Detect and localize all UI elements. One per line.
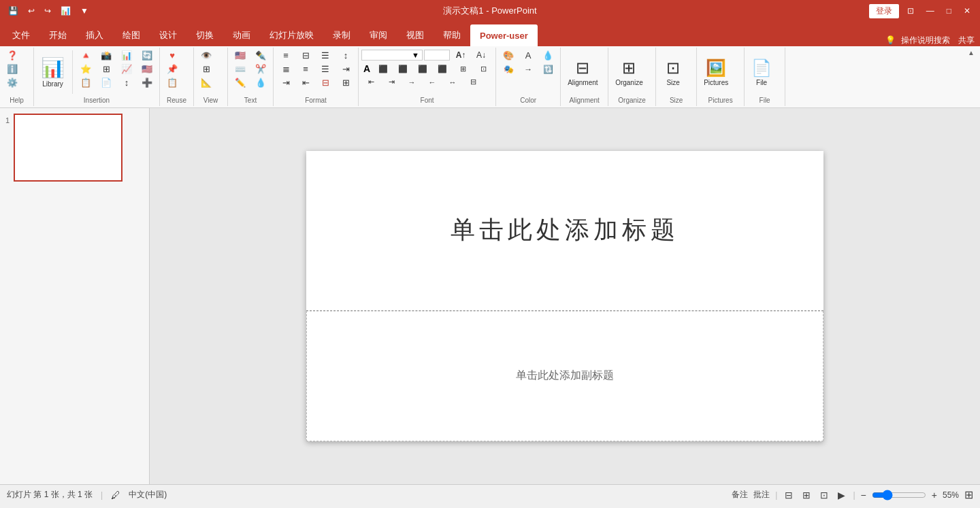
close-icon[interactable]: ✕ [960,5,975,17]
insert-shape-button[interactable]: 🔺 [76,49,95,62]
title-placeholder[interactable]: 单击此处添加标题 [306,151,823,311]
customize-icon[interactable]: 📊 [58,5,74,17]
tab-view[interactable]: 视图 [397,24,434,46]
zoom-in-icon[interactable]: + [932,490,937,501]
size-button[interactable]: ⊡ Size [659,49,687,95]
view-eye-button[interactable]: 👁️ [197,49,216,62]
share-label[interactable]: 共享 [958,35,975,46]
format-space-button[interactable]: ↕ [336,49,355,62]
zoom-slider[interactable] [872,490,926,501]
text-cross-button[interactable]: ✂️ [251,63,270,75]
color-reset-button[interactable]: 🔃 [538,63,557,75]
format-lines-button[interactable]: ≡ [276,49,295,62]
insert-table-button[interactable]: ⊞ [97,63,116,75]
font-align-right-button[interactable]: ⬛ [413,63,432,75]
tab-home[interactable]: 开始 [39,24,76,46]
font-bullet-left-button[interactable]: ⇤ [361,76,380,88]
view-grid-button[interactable]: ⊞ [197,63,216,75]
font-size-display[interactable] [424,50,450,61]
format-lines3-button[interactable]: ☰ [316,49,335,62]
tab-design[interactable]: 设计 [150,24,186,46]
notes-label[interactable]: 备注 [732,489,748,501]
insert-placeholder-button[interactable]: 📄 [97,76,116,89]
font-bullet-right-button[interactable]: ⇥ [382,76,401,88]
text-pencil-button[interactable]: ✒️ [251,49,270,62]
reuse-copy-button[interactable]: 📋 [163,76,182,89]
format-list2-button[interactable]: ≡ [296,63,315,75]
help-question-button[interactable]: ❓ [3,49,22,62]
alignment-button[interactable]: ⊟ Alignment [564,49,602,95]
maximize-icon[interactable]: □ [943,5,956,17]
help-info-button[interactable]: ℹ️ [3,63,22,75]
insert-rotate-button[interactable]: 🔄 [137,49,157,62]
view-reading-button[interactable]: ⊡ [818,489,830,501]
color-arrow-button[interactable]: → [519,63,538,75]
tab-file[interactable]: 文件 [3,24,39,46]
save-icon[interactable]: 💾 [5,5,21,17]
font-indent-button[interactable]: → [402,77,421,88]
format-tab-button[interactable]: ⇥ [336,63,355,75]
insert-photo-button[interactable]: 📸 [97,49,116,62]
subtitle-placeholder[interactable]: 单击此处添加副标题 [306,311,823,441]
font-align-center-button[interactable]: ⬛ [393,63,412,75]
fit-to-window-icon[interactable]: ⊞ [964,488,973,501]
view-normal-button[interactable]: ⊟ [783,489,795,501]
text-dropper-button[interactable]: 💧 [251,76,270,89]
color-picker-button[interactable]: 💧 [538,49,557,62]
reuse-pin-button[interactable]: 📌 [163,63,182,75]
window-mode-icon[interactable]: ⊡ [903,5,918,17]
font-name-display[interactable]: ▼ [361,50,423,61]
insert-arrow-button[interactable]: ↕️ [117,76,136,89]
font-right-align-button[interactable]: ↔ [443,77,462,88]
font-size-increase-button[interactable]: A↑ [451,49,470,61]
tab-transitions[interactable]: 切换 [186,24,223,46]
format-outdent-button[interactable]: ⇤ [296,76,315,89]
tab-help[interactable]: 帮助 [434,24,470,46]
view-slideshow-button[interactable]: ▶ [836,489,847,501]
tab-animations[interactable]: 动画 [223,24,260,46]
library-button[interactable]: 📊 Library [37,49,69,95]
font-size-decrease-button[interactable]: A↓ [472,49,491,61]
color-theme-button[interactable]: 🎭 [499,63,518,75]
insert-graph-button[interactable]: 📈 [117,63,136,75]
insert-icon-button[interactable]: ⭐ [76,63,95,75]
color-fill-button[interactable]: 🎨 [499,49,518,62]
file-button[interactable]: 📄 File [747,49,776,95]
ribbon-collapse-button[interactable]: ▲ [965,48,977,58]
redo-icon[interactable]: ↪ [42,5,54,17]
font-expand2-button[interactable]: ⊟ [463,76,483,88]
help-settings-button[interactable]: ⚙️ [3,76,22,89]
tab-record[interactable]: 录制 [323,24,360,46]
format-list-button[interactable]: ≣ [276,63,295,75]
format-list3-button[interactable]: ☰ [316,63,335,75]
insert-other-button[interactable]: ➕ [137,76,157,89]
font-align-left-button[interactable]: ⬛ [374,63,393,75]
view-ruler-button[interactable]: 📐 [197,76,216,89]
insert-layout-button[interactable]: 📋 [76,76,95,89]
pictures-button[interactable]: 🖼️ Pictures [700,49,732,95]
tab-draw[interactable]: 绘图 [113,24,150,46]
organize-button[interactable]: ⊞ Organize [611,49,647,95]
format-align-button[interactable]: ⊟ [316,76,335,89]
reuse-recycle-button[interactable]: ♥ [163,49,182,62]
text-keyboard-button[interactable]: ⌨️ [231,63,250,75]
text-note-button[interactable]: ✏️ [231,76,250,89]
font-a-large[interactable]: A [361,63,372,75]
text-flag-button[interactable]: 🇺🇸 [231,49,250,62]
font-columns-button[interactable]: ⊞ [453,63,472,75]
insert-chart-button[interactable]: 📊 [117,49,136,62]
undo-icon[interactable]: ↩ [25,5,37,17]
more-quick-access-icon[interactable]: ▼ [78,5,91,17]
color-text-button[interactable]: A [519,49,538,62]
login-button[interactable]: 登录 [869,4,899,18]
search-label[interactable]: 操作说明搜索 [901,35,950,46]
tab-review[interactable]: 审阅 [360,24,397,46]
insert-flag-button[interactable]: 🇺🇸 [137,63,157,75]
slide-thumbnail[interactable] [14,114,122,182]
view-slide-sorter-button[interactable]: ⊞ [800,489,813,501]
zoom-out-icon[interactable]: − [861,490,866,501]
tab-poweruser[interactable]: Power-user [470,24,538,46]
format-lines2-button[interactable]: ⊟ [296,49,315,62]
minimize-icon[interactable]: — [922,5,938,17]
font-outdent-button[interactable]: ← [423,77,442,88]
